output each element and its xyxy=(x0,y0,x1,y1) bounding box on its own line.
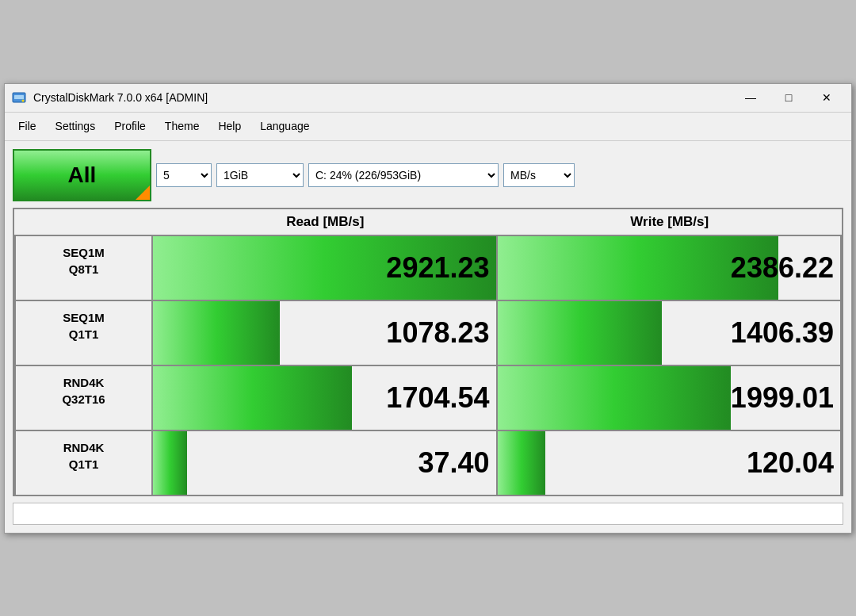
read-value-3: 37.40 xyxy=(418,446,489,480)
menu-profile[interactable]: Profile xyxy=(105,116,155,136)
status-bar xyxy=(13,503,843,525)
table-row: RND4KQ32T16 1704.54 1999.01 xyxy=(14,365,842,430)
menu-language[interactable]: Language xyxy=(251,116,318,136)
app-icon xyxy=(11,90,27,105)
read-value-cell-3: 37.40 xyxy=(153,431,498,495)
write-header: Write [MB/s] xyxy=(498,209,843,235)
write-value-0: 2386.22 xyxy=(731,251,834,285)
menu-theme[interactable]: Theme xyxy=(156,116,208,136)
write-value-1: 1406.39 xyxy=(731,316,834,350)
minimize-button[interactable]: — xyxy=(732,86,769,109)
window-title: CrystalDiskMark 7.0.0 x64 [ADMIN] xyxy=(33,91,208,104)
unit-select[interactable]: MB/s GB/s IOPS xyxy=(503,163,575,187)
write-value-3: 120.04 xyxy=(747,446,834,480)
write-value-cell-2: 1999.01 xyxy=(498,366,843,430)
main-window: CrystalDiskMark 7.0.0 x64 [ADMIN] — □ ✕ … xyxy=(4,83,852,534)
table-row: SEQ1MQ8T1 2921.23 2386.22 xyxy=(14,235,842,300)
close-button[interactable]: ✕ xyxy=(808,86,845,109)
row-label-0: SEQ1MQ8T1 xyxy=(14,236,153,300)
read-value-cell-0: 2921.23 xyxy=(153,236,498,300)
menu-settings[interactable]: Settings xyxy=(47,116,105,136)
svg-rect-1 xyxy=(14,95,24,99)
write-value-2: 1999.01 xyxy=(731,381,834,415)
write-value-cell-0: 2386.22 xyxy=(498,236,843,300)
maximize-button[interactable]: □ xyxy=(770,86,807,109)
row-label-3: RND4KQ1T1 xyxy=(14,431,153,495)
title-controls: — □ ✕ xyxy=(732,86,845,109)
table-row: SEQ1MQ1T1 1078.23 1406.39 xyxy=(14,300,842,365)
menu-bar: File Settings Profile Theme Help Languag… xyxy=(5,113,851,141)
drive-select[interactable]: C: 24% (226/953GiB) xyxy=(308,163,499,187)
menu-file[interactable]: File xyxy=(10,116,45,136)
read-value-0: 2921.23 xyxy=(386,251,489,285)
svg-point-2 xyxy=(22,100,25,102)
write-value-cell-3: 120.04 xyxy=(498,431,843,495)
title-bar: CrystalDiskMark 7.0.0 x64 [ADMIN] — □ ✕ xyxy=(5,84,851,113)
row-label-2: RND4KQ32T16 xyxy=(14,366,153,430)
controls-row: All 5 1 3 10 1GiB 512MiB 256MiB C: 24% (… xyxy=(13,149,843,201)
main-content: All 5 1 3 10 1GiB 512MiB 256MiB C: 24% (… xyxy=(5,141,851,533)
title-bar-left: CrystalDiskMark 7.0.0 x64 [ADMIN] xyxy=(11,90,208,105)
row-label-1: SEQ1MQ1T1 xyxy=(14,301,153,365)
count-select[interactable]: 5 1 3 10 xyxy=(156,163,212,187)
read-value-cell-2: 1704.54 xyxy=(153,366,498,430)
table-row: RND4KQ1T1 37.40 120.04 xyxy=(14,430,842,495)
write-value-cell-1: 1406.39 xyxy=(498,301,843,365)
menu-help[interactable]: Help xyxy=(209,116,250,136)
size-select[interactable]: 1GiB 512MiB 256MiB xyxy=(216,163,304,187)
all-button[interactable]: All xyxy=(13,149,151,201)
read-value-1: 1078.23 xyxy=(386,316,489,350)
read-header: Read [MB/s] xyxy=(153,209,498,235)
column-headers: Read [MB/s] Write [MB/s] xyxy=(14,209,842,235)
benchmark-rows: SEQ1MQ8T1 2921.23 2386.22 SEQ1MQ1T1 1078… xyxy=(14,235,842,495)
read-value-2: 1704.54 xyxy=(386,381,489,415)
read-value-cell-1: 1078.23 xyxy=(153,301,498,365)
benchmark-container: Read [MB/s] Write [MB/s] SEQ1MQ8T1 2921.… xyxy=(13,208,843,496)
header-spacer xyxy=(14,209,153,235)
